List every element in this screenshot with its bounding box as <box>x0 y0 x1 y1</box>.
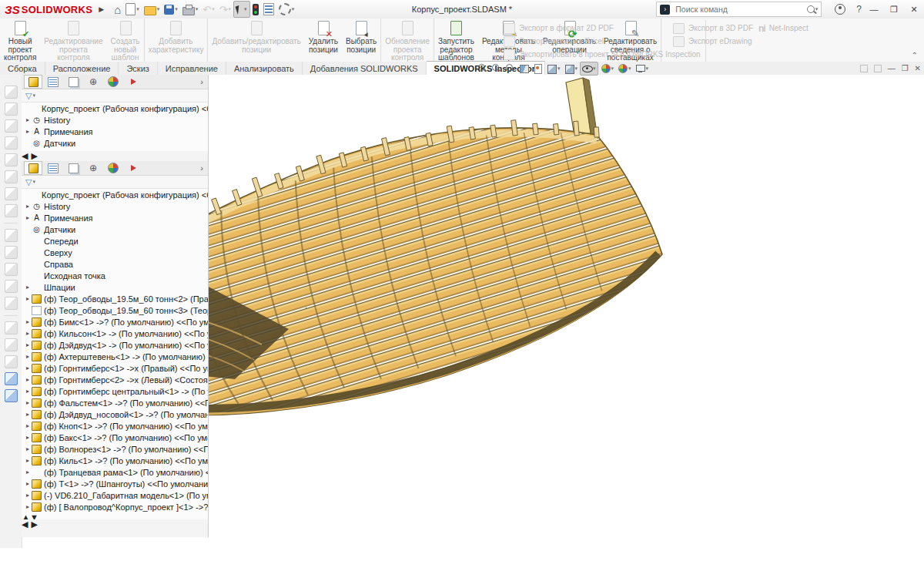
expander-icon[interactable]: ▸ <box>24 318 32 325</box>
configuration-manager-tab[interactable] <box>64 75 82 89</box>
expander-icon[interactable]: ▸ <box>24 284 32 291</box>
undo-button[interactable]: ↶▾ <box>200 2 216 17</box>
command-tab[interactable]: Анализировать <box>226 62 303 75</box>
headsup-button[interactable]: ▾ <box>545 62 562 75</box>
feature-tool-icon[interactable] <box>5 170 18 183</box>
select-tool-button[interactable]: ▾ <box>233 1 250 18</box>
expander-icon[interactable]: ▸ <box>24 295 32 302</box>
feature-tool-icon[interactable] <box>5 321 18 334</box>
command-tab[interactable]: Исправление <box>158 62 226 75</box>
tree-item[interactable]: ▸ (ф) Кноп<1> ->? (По умолчанию) <<По ум… <box>22 420 208 432</box>
expander-icon[interactable]: ▸ <box>24 214 32 221</box>
headsup-button[interactable]: ▾ <box>563 62 580 75</box>
doc-close-button[interactable]: ✕ <box>915 64 921 72</box>
headsup-button[interactable]: ▾ <box>504 62 517 75</box>
tree-item[interactable]: ▸ (ф) Т<1> ->? (Шпангоуты) <<По умолчани… <box>22 478 208 489</box>
tree-item[interactable]: ▸ (ф) Фальстем<1> ->? (По умолчанию) <<П… <box>22 397 208 408</box>
tree-item[interactable]: ▸ (ф) Горнтимберс центральный<1> -> (По … <box>22 385 208 397</box>
home-button[interactable]: ⌂ <box>112 2 123 17</box>
expander-icon[interactable]: ▸ <box>24 330 32 337</box>
restore-button[interactable]: ❐ <box>884 5 904 15</box>
headsup-button[interactable]: ▾ <box>531 62 544 75</box>
feature-tool-icon[interactable] <box>5 229 18 242</box>
tree-item[interactable]: ◎ Датчики <box>22 137 208 149</box>
expander-icon[interactable]: ▸ <box>24 503 32 510</box>
configuration-manager-tab[interactable] <box>64 161 82 175</box>
help-button[interactable]: ? <box>854 2 864 17</box>
command-tab[interactable]: Добавления SOLIDWORKS <box>303 62 427 75</box>
export-button[interactable]: Экспортировать в проект SOLIDWORKS Inspe… <box>504 48 701 61</box>
tree-top-vscrollbar[interactable]: ▲▼ <box>22 149 208 151</box>
new-document-button[interactable]: ▾ <box>123 2 142 17</box>
tree-main-vscrollbar[interactable]: ▲▼ <box>22 512 208 519</box>
feature-tool-icon[interactable] <box>5 338 18 351</box>
expander-icon[interactable]: ▸ <box>24 399 32 406</box>
close-button[interactable]: ✕ <box>904 5 924 15</box>
tree-item[interactable]: ▸ (ф) Дэйдвуд<1> -> (По умолчанию) <<По … <box>22 339 208 351</box>
tree-item[interactable]: ▸ A Примечания <box>22 126 208 137</box>
performance-evaluation-button[interactable] <box>250 2 261 17</box>
doc-restore-button[interactable]: ❐ <box>902 64 909 72</box>
account-button[interactable] <box>832 2 848 17</box>
feature-tool-icon[interactable] <box>5 187 18 200</box>
save-button[interactable]: ▾ <box>162 2 180 17</box>
tree-item[interactable]: ▸ A Примечания <box>22 212 208 223</box>
expander-icon[interactable]: ▸ <box>24 353 32 360</box>
feature-manager-tab[interactable] <box>24 161 42 175</box>
tree-item[interactable]: ▸ (ф) Бакс<1> ->? (По умолчанию) <<По ум… <box>22 432 208 443</box>
expander-icon[interactable]: ▸ <box>24 376 32 383</box>
headsup-button[interactable]: ▾ <box>580 62 598 76</box>
feature-tool-icon[interactable] <box>5 355 18 368</box>
expander-icon[interactable]: ▸ <box>24 365 32 371</box>
options-button[interactable]: ▾ <box>276 2 297 17</box>
expander-icon[interactable]: ▸ <box>24 469 32 476</box>
minimize-button[interactable]: — <box>864 5 884 14</box>
search-input[interactable] <box>674 4 806 15</box>
expander-icon[interactable]: ▸ <box>24 203 32 210</box>
tree-item[interactable]: ▸ (ф) Ахтерштевень<1> -> (По умолчанию) … <box>22 351 208 362</box>
open-button[interactable]: ▾ <box>142 2 162 17</box>
property-manager-tab[interactable] <box>44 161 62 175</box>
doc-window-icon[interactable] <box>874 65 882 72</box>
tree-item[interactable]: Исходная точка <box>22 270 208 281</box>
command-tab[interactable]: Сборка <box>0 62 45 75</box>
tree-item[interactable]: ▸ (ф) Транцевая рама<1> (По умолчанию) <… <box>22 466 208 478</box>
tree-root[interactable]: Корпус_проект (Рабочая конфигурация) <Со… <box>22 189 208 200</box>
export-button[interactable]: Экспорт eDrawing <box>673 35 753 48</box>
print-button[interactable]: ▾ <box>180 2 201 17</box>
tree-item[interactable]: ▸ (ф) Теор_обводы_19.5м_60 тонн<2> (Прак… <box>22 293 208 304</box>
tree-item[interactable]: ▸ (-) VD6.210_Габаритная модель<1> (По у… <box>22 489 208 501</box>
doc-window-icon[interactable] <box>860 65 868 72</box>
tree-item[interactable]: ▸ (ф) Кильсон<1> -> (По умолчанию) <<По … <box>22 328 208 339</box>
tree-item[interactable]: ▸ ◷ History <box>22 200 208 212</box>
feature-tool-icon[interactable] <box>5 389 18 402</box>
dimxpert-manager-tab[interactable]: ⊕ <box>84 161 102 175</box>
headsup-button[interactable]: ▾ <box>634 62 651 75</box>
expander-icon[interactable]: ▸ <box>24 422 32 429</box>
expander-icon[interactable]: ▸ <box>24 492 32 499</box>
tree-main-hscrollbar[interactable]: ◀▶ <box>22 519 208 529</box>
ribbon-button[interactable]: Добавить/редактировать позиции <box>208 18 304 62</box>
feature-tool-icon[interactable] <box>5 297 18 310</box>
expander-icon[interactable]: ▸ <box>24 388 32 395</box>
headsup-button[interactable]: ▾ <box>517 62 531 75</box>
ribbon-button[interactable]: Удалить позиции <box>305 18 342 62</box>
command-tab[interactable]: Эскиз <box>119 62 157 75</box>
ribbon-button[interactable]: Запустить редактор шаблонов <box>434 18 478 62</box>
property-manager-tab[interactable] <box>44 75 62 89</box>
ribbon-button[interactable]: Редактирование проекта контроля <box>40 18 106 62</box>
expander-icon[interactable]: ▸ <box>24 411 32 418</box>
feature-tool-icon[interactable] <box>5 246 18 259</box>
tree-item[interactable]: ▸ (ф) [ Валопровод^Корпус_проект ]<1> ->… <box>22 501 208 512</box>
tree-filter-bottom[interactable]: ▽▾ <box>22 176 208 189</box>
command-tab[interactable]: Расположение <box>45 62 119 75</box>
feature-tool-icon[interactable] <box>5 204 18 217</box>
redo-button[interactable]: ↷▾ <box>217 2 233 17</box>
expander-icon[interactable]: ▸ <box>24 128 32 135</box>
tree-item[interactable]: ◎ Датчики <box>22 223 208 235</box>
tree-item[interactable]: (ф) Теор_обводы_19.5м_60 тонн<3> (Теорет… <box>22 304 208 316</box>
menu-expand-arrow-icon[interactable]: ▶ <box>99 5 104 13</box>
feature-tool-icon[interactable] <box>5 136 18 150</box>
tree-item[interactable]: ▸ (ф) Горнтимберс<2> ->х (Левый) <Состоя… <box>22 374 208 385</box>
ribbon-button[interactable]: Добавить характеристику <box>145 18 209 62</box>
